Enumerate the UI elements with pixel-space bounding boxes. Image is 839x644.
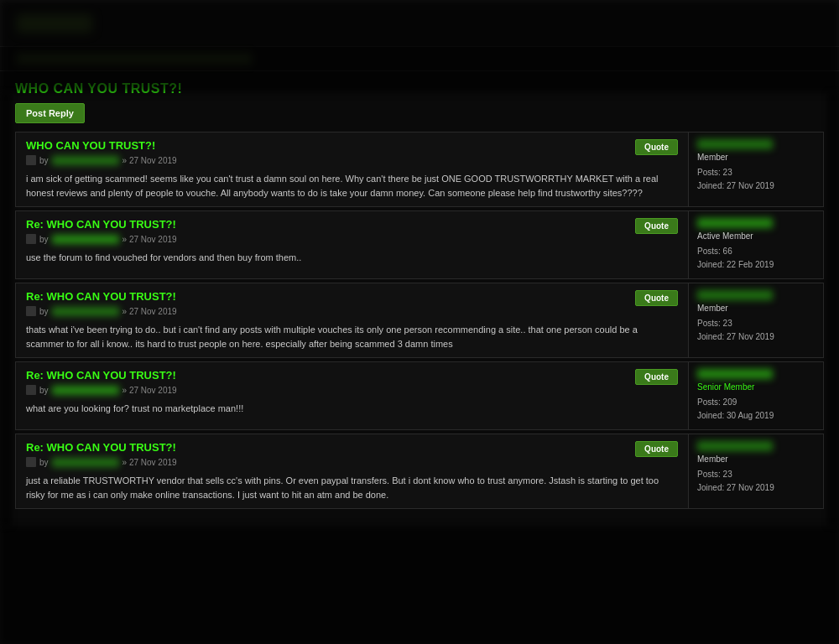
post-sidebar: Active Member Posts: 66 Joined: 22 Feb 2…: [689, 211, 823, 278]
post-icon: [26, 457, 36, 467]
post-title: Re: WHO CAN YOU TRUST?!: [26, 290, 176, 303]
post-content: Re: WHO CAN YOU TRUST?! Quote by » 27 No…: [16, 362, 689, 429]
sidebar-author-blurred: [697, 218, 773, 228]
sidebar-info: Posts: 23 Joined: 27 Nov 2019: [697, 317, 815, 344]
post-content: Re: WHO CAN YOU TRUST?! Quote by » 27 No…: [16, 211, 689, 278]
joined-date: 27 Nov 2019: [727, 181, 774, 190]
post-sidebar: Senior Member Posts: 209 Joined: 30 Aug …: [689, 362, 823, 429]
post-icon: [26, 155, 36, 165]
post-title: Re: WHO CAN YOU TRUST?!: [26, 369, 176, 382]
posts-count: 23: [723, 168, 732, 177]
post-icon: [26, 385, 36, 395]
post-author-blurred: [52, 386, 119, 395]
sidebar-info: Posts: 23 Joined: 27 Nov 2019: [697, 468, 815, 495]
post-sidebar: Member Posts: 23 Joined: 27 Nov 2019: [689, 283, 823, 357]
main-content: WHO CAN YOU TRUST?! Post Reply WHO CAN Y…: [0, 71, 839, 522]
posts-count: 23: [723, 470, 732, 479]
post-item: Re: WHO CAN YOU TRUST?! Quote by » 27 No…: [15, 210, 824, 279]
post-author-blurred: [52, 235, 119, 244]
joined-label: Joined:: [697, 181, 724, 190]
sidebar-rank: Member: [697, 304, 815, 313]
by-label: by: [39, 156, 49, 165]
post-body: just a reliable TRUSTWORTHY vendor that …: [26, 474, 678, 501]
post-meta: by » 27 Nov 2019: [26, 155, 678, 165]
posts-label: Posts:: [697, 319, 721, 328]
joined-label: Joined:: [697, 260, 724, 269]
joined-label: Joined:: [697, 483, 724, 492]
by-label: by: [39, 386, 49, 395]
by-label: by: [39, 235, 49, 244]
post-content: Re: WHO CAN YOU TRUST?! Quote by » 27 No…: [16, 434, 689, 508]
post-icon: [26, 234, 36, 244]
post-icon: [26, 306, 36, 316]
quote-button[interactable]: Quote: [635, 441, 678, 457]
quote-button[interactable]: Quote: [635, 218, 678, 234]
post-title: Re: WHO CAN YOU TRUST?!: [26, 441, 176, 454]
post-sidebar: Member Posts: 23 Joined: 27 Nov 2019: [689, 132, 823, 206]
joined-label: Joined:: [697, 411, 724, 420]
post-author-blurred: [52, 156, 119, 165]
post-body: i am sick of getting scammed! seems like…: [26, 172, 678, 200]
post-item: WHO CAN YOU TRUST?! Quote by » 27 Nov 20…: [15, 132, 824, 207]
joined-date: 22 Feb 2019: [727, 260, 774, 269]
post-title: Re: WHO CAN YOU TRUST?!: [26, 218, 176, 231]
posts-label: Posts:: [697, 397, 721, 407]
posts-count: 23: [723, 319, 732, 328]
joined-date: 30 Aug 2019: [727, 411, 774, 420]
post-date: » 27 Nov 2019: [122, 386, 177, 395]
post-item: Re: WHO CAN YOU TRUST?! Quote by » 27 No…: [15, 283, 824, 358]
posts-label: Posts:: [697, 168, 721, 177]
post-meta: by » 27 Nov 2019: [26, 234, 678, 244]
sidebar-info: Posts: 209 Joined: 30 Aug 2019: [697, 396, 815, 423]
by-label: by: [39, 307, 49, 316]
post-meta: by » 27 Nov 2019: [26, 457, 678, 467]
post-author-blurred: [52, 307, 119, 316]
post-date: » 27 Nov 2019: [122, 235, 177, 244]
quote-button[interactable]: Quote: [635, 139, 678, 155]
sidebar-rank: Senior Member: [697, 382, 815, 392]
post-meta: by » 27 Nov 2019: [26, 385, 678, 395]
quote-button[interactable]: Quote: [635, 290, 678, 306]
post-body: what are you looking for? trust no marke…: [26, 402, 678, 416]
post-title: WHO CAN YOU TRUST?!: [26, 139, 155, 152]
sidebar-rank: Member: [697, 153, 815, 162]
by-label: by: [39, 458, 49, 467]
sidebar-rank: Member: [697, 454, 815, 464]
post-content: Re: WHO CAN YOU TRUST?! Quote by » 27 No…: [16, 283, 689, 357]
joined-date: 27 Nov 2019: [727, 483, 774, 492]
sidebar-rank: Active Member: [697, 231, 815, 241]
posts-count: 66: [723, 247, 732, 256]
post-sidebar: Member Posts: 23 Joined: 27 Nov 2019: [689, 434, 823, 508]
post-date: » 27 Nov 2019: [122, 458, 177, 467]
sidebar-info: Posts: 23 Joined: 27 Nov 2019: [697, 166, 815, 193]
post-meta: by » 27 Nov 2019: [26, 306, 678, 316]
post-item: Re: WHO CAN YOU TRUST?! Quote by » 27 No…: [15, 434, 824, 509]
post-body: thats what i've been trying to do.. but …: [26, 323, 678, 351]
posts-list: WHO CAN YOU TRUST?! Quote by » 27 Nov 20…: [15, 132, 824, 509]
sidebar-author-blurred: [697, 369, 773, 379]
posts-label: Posts:: [697, 470, 721, 479]
quote-button[interactable]: Quote: [635, 369, 678, 385]
joined-label: Joined:: [697, 332, 724, 341]
post-item: Re: WHO CAN YOU TRUST?! Quote by » 27 No…: [15, 361, 824, 430]
sidebar-author-blurred: [697, 139, 773, 149]
posts-count: 209: [723, 397, 737, 407]
post-author-blurred: [52, 458, 119, 467]
post-content: WHO CAN YOU TRUST?! Quote by » 27 Nov 20…: [16, 132, 689, 206]
posts-label: Posts:: [697, 247, 721, 256]
sidebar-author-blurred: [697, 290, 773, 300]
post-reply-button[interactable]: Post Reply: [15, 103, 85, 123]
post-body: use the forum to find vouched for vendor…: [26, 251, 678, 265]
sidebar-author-blurred: [697, 441, 773, 451]
sidebar-info: Posts: 66 Joined: 22 Feb 2019: [697, 245, 815, 272]
post-date: » 27 Nov 2019: [122, 156, 177, 165]
joined-date: 27 Nov 2019: [727, 332, 774, 341]
post-date: » 27 Nov 2019: [122, 307, 177, 316]
